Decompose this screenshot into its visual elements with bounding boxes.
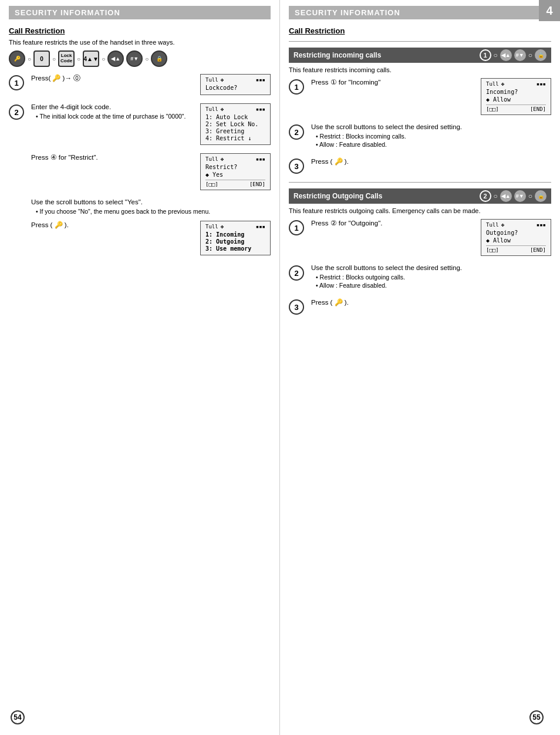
- final-menu1: 1: Incoming: [205, 231, 265, 238]
- restrict-prompt: Restrict?: [205, 164, 265, 170]
- bars1: ▪▪▪: [256, 77, 265, 83]
- inc-screen1: Tull ✤ ▪▪▪ Incoming? ◆ Allow [□□] [END]: [481, 78, 551, 115]
- step2-content: Enter the 4-digit lock code. • The initi…: [31, 103, 193, 121]
- out-bottom-left: [□□]: [486, 247, 499, 253]
- signal4: Tull: [205, 224, 218, 230]
- bottom-right3: [END]: [249, 181, 265, 187]
- press-key-row: Press ( 🔑 ). Tull ✤ ▪▪▪ 1: Incoming 2: O…: [31, 221, 271, 255]
- key-button[interactable]: 🔑: [9, 50, 25, 67]
- out-step1-row: 1 Press ② for "Outgoing". Tull ✤ ▪▪▪ Out…: [289, 219, 551, 256]
- out-step2-row: 2 Use the scroll buttons to select the d…: [289, 264, 551, 290]
- inc-step2-sub2: • Allow : Feature disabled.: [316, 141, 551, 148]
- press4-text: Press ④ for "Restrict".: [31, 153, 193, 161]
- page-number-box: 4: [539, 0, 560, 21]
- press4-content: Press ④ for "Restrict".: [31, 153, 193, 164]
- lockcode-prompt: Lockcode?: [205, 85, 265, 91]
- incoming-prompt: Incoming?: [486, 89, 546, 95]
- bars2: ▪▪▪: [256, 106, 265, 112]
- btn-1[interactable]: 1: [480, 49, 491, 61]
- inc-step2-sub1: • Restrict : Blocks incoming calls.: [316, 133, 551, 140]
- divider2: [289, 182, 551, 183]
- out-step2-sub2: • Allow : Feature disabled.: [316, 282, 551, 289]
- left-header: SECURITY INFORMATION: [9, 6, 271, 19]
- out-step2-sub1: • Restrict : Blocks outgoing calls.: [316, 274, 551, 281]
- scroll-text: Use the scroll buttons to select "Yes".: [31, 198, 271, 205]
- out-step1-text: Press ② for "Outgoing".: [311, 219, 474, 227]
- step2-text: Enter the 4-digit lock code.: [31, 103, 193, 110]
- dot3: ○: [77, 56, 80, 62]
- restrict-yes: ◆ Yes: [205, 171, 265, 178]
- left-page: SECURITY INFORMATION Call Restriction Th…: [0, 0, 280, 735]
- signal1: Tull: [205, 77, 218, 83]
- dot2: ○: [52, 56, 56, 62]
- bars3: ▪▪▪: [256, 156, 265, 162]
- divider1: [289, 41, 551, 42]
- lock-code-button[interactable]: LockCode: [58, 50, 75, 67]
- press4-row: Press ④ for "Restrict". Tull ✤ ▪▪▪ Restr…: [31, 153, 271, 190]
- inc-step2-row: 2 Use the scroll buttons to select the d…: [289, 123, 551, 149]
- incoming-allow: ◆ Allow: [486, 96, 546, 103]
- inc-bottom-right: [END]: [530, 106, 546, 112]
- menu2: 2: Set Lock No.: [205, 121, 265, 127]
- outgoing-label: Restricting Outgoing Calls: [294, 192, 382, 200]
- scroll-note: Use the scroll buttons to select "Yes". …: [31, 198, 271, 215]
- outgoing-allow: ◆ Allow: [486, 237, 546, 244]
- dot5: ○: [145, 56, 149, 62]
- inc-step3-content: Press ( 🔑 ).: [311, 157, 551, 168]
- signal2: Tull: [205, 106, 218, 112]
- out-signal1: Tull: [486, 222, 499, 228]
- star4: ✤: [221, 224, 224, 230]
- star1: ✤: [221, 77, 224, 83]
- page-num-right: 55: [529, 710, 544, 724]
- screen1: Tull ✤ ▪▪▪ Lockcode?: [200, 74, 271, 95]
- zero-button[interactable]: 0: [33, 50, 50, 67]
- outgoing-buttons: 2 ○ ◀▲ #▼ ○ 🔒: [480, 190, 547, 202]
- star2: ✤: [221, 106, 224, 112]
- inc-signal1: Tull: [486, 81, 499, 87]
- end-button[interactable]: 🔒: [151, 50, 167, 67]
- btn-ea2[interactable]: ◀▲: [500, 190, 512, 202]
- screen4: Tull ✤ ▪▪▪ 1: Incoming 2: Outgoing 3: Us…: [200, 221, 271, 255]
- inc-step3-row: 3 Press ( 🔑 ).: [289, 157, 551, 174]
- out-bars1: ▪▪▪: [537, 222, 546, 228]
- btn-lock2[interactable]: 🔒: [535, 49, 546, 61]
- outgoing-highlight-bar: Restricting Outgoing Calls 2 ○ ◀▲ #▼ ○ 🔒: [289, 188, 551, 204]
- out-step3-text: Press ( 🔑 ).: [311, 298, 551, 306]
- out-screen1: Tull ✤ ▪▪▪ Outgoing? ◆ Allow [□□] [END]: [481, 219, 551, 256]
- page-num-left: 54: [11, 710, 25, 724]
- out-step1-circle: 1: [289, 220, 304, 235]
- four-button[interactable]: 4▲▼: [83, 50, 99, 67]
- btn-ea[interactable]: ◀▲: [500, 49, 512, 61]
- outgoing-desc: This feature restricts outgoing calls. E…: [289, 207, 551, 214]
- out-step3-circle: 3: [289, 299, 304, 315]
- step1-row: 1 Press( 🔑 )→ ⓪ Tull ✤ ▪▪▪ Lockcode?: [9, 74, 271, 95]
- btn-hv2[interactable]: #▼: [514, 49, 526, 61]
- btn-hv3[interactable]: #▼: [514, 190, 526, 202]
- press-key-content: Press ( 🔑 ).: [31, 221, 193, 231]
- star3: ✤: [221, 156, 224, 162]
- hv-button[interactable]: #▼: [126, 50, 143, 67]
- inc-step3-circle: 3: [289, 159, 304, 174]
- out-step2-text: Use the scroll buttons to select the des…: [311, 264, 551, 271]
- screen2: Tull ✤ ▪▪▪ 1: Auto Lock 2: Set Lock No. …: [200, 103, 271, 145]
- inc-step2-circle: 2: [289, 124, 304, 140]
- inc-step1-text: Press ① for "Incoming": [311, 78, 474, 86]
- out-step2-circle: 2: [289, 265, 304, 281]
- signal3: Tull: [205, 156, 218, 162]
- step2-row: 2 Enter the 4-digit lock code. • The ini…: [9, 103, 271, 145]
- out-step3-row: 3 Press ( 🔑 ).: [289, 298, 551, 315]
- btn-lock3[interactable]: 🔒: [535, 190, 546, 202]
- btn-2[interactable]: 2: [480, 190, 491, 202]
- right-title: Call Restriction: [289, 26, 551, 35]
- ka-button[interactable]: ◀▲: [107, 50, 124, 67]
- inc-step2-content: Use the scroll buttons to select the des…: [311, 123, 551, 149]
- out-step2-content: Use the scroll buttons to select the des…: [311, 264, 551, 290]
- menu1: 1: Auto Lock: [205, 114, 265, 120]
- screen3: Tull ✤ ▪▪▪ Restrict? ◆ Yes [□□] [END]: [200, 153, 271, 190]
- out-step1-content: Press ② for "Outgoing".: [311, 219, 474, 230]
- right-page: SECURITY INFORMATION 4 Call Restriction …: [280, 0, 560, 735]
- step2-sub1: • The initial lock code at the time of p…: [36, 113, 193, 120]
- incoming-label: Restricting incoming calls: [294, 51, 381, 59]
- left-feature-desc: This feature restricts the use of the ha…: [9, 39, 271, 46]
- outgoing-prompt: Outgoing?: [486, 230, 546, 236]
